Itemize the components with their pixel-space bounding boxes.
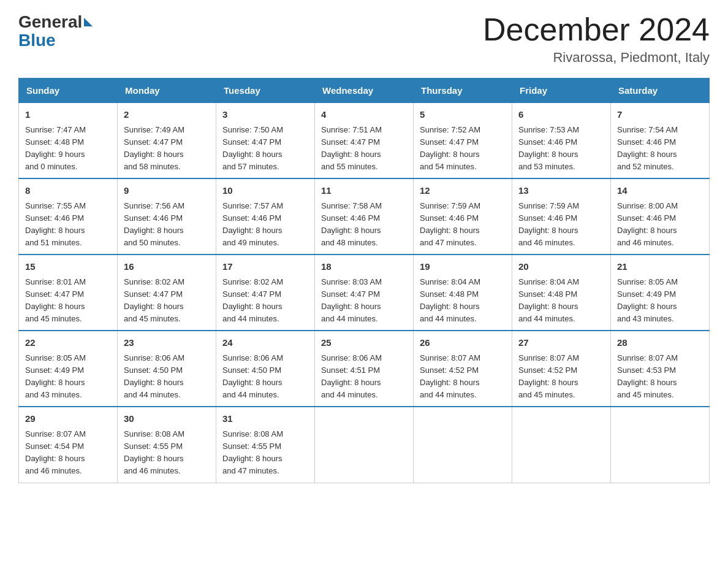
day-info: Sunrise: 7:59 AMSunset: 4:46 PMDaylight:… xyxy=(420,200,506,250)
day-number: 19 xyxy=(420,260,506,274)
day-info: Sunrise: 7:50 AMSunset: 4:47 PMDaylight:… xyxy=(222,124,308,174)
day-info: Sunrise: 8:05 AMSunset: 4:49 PMDaylight:… xyxy=(25,352,111,402)
day-number: 15 xyxy=(25,260,111,274)
table-row: 1Sunrise: 7:47 AMSunset: 4:48 PMDaylight… xyxy=(19,102,118,178)
table-row: 31Sunrise: 8:08 AMSunset: 4:55 PMDayligh… xyxy=(216,407,315,483)
col-wednesday: Wednesday xyxy=(315,79,414,102)
day-number: 21 xyxy=(617,260,703,274)
table-row: 7Sunrise: 7:54 AMSunset: 4:46 PMDaylight… xyxy=(611,102,710,178)
table-row: 4Sunrise: 7:51 AMSunset: 4:47 PMDaylight… xyxy=(315,102,414,178)
table-row: 10Sunrise: 7:57 AMSunset: 4:46 PMDayligh… xyxy=(216,178,315,255)
day-info: Sunrise: 7:49 AMSunset: 4:47 PMDaylight:… xyxy=(124,124,210,174)
table-row: 13Sunrise: 7:59 AMSunset: 4:46 PMDayligh… xyxy=(512,178,611,255)
day-number: 25 xyxy=(321,336,407,350)
day-number: 22 xyxy=(25,336,111,350)
day-info: Sunrise: 8:08 AMSunset: 4:55 PMDaylight:… xyxy=(124,428,210,478)
day-number: 27 xyxy=(518,336,604,350)
col-thursday: Thursday xyxy=(414,79,512,102)
day-number: 11 xyxy=(321,184,407,198)
day-number: 23 xyxy=(124,336,210,350)
logo-general-text: General xyxy=(18,12,82,32)
day-number: 7 xyxy=(617,108,703,122)
col-monday: Monday xyxy=(118,79,216,102)
day-number: 14 xyxy=(617,184,703,198)
day-info: Sunrise: 8:08 AMSunset: 4:55 PMDaylight:… xyxy=(222,428,308,478)
day-info: Sunrise: 7:54 AMSunset: 4:46 PMDaylight:… xyxy=(617,124,703,174)
day-number: 3 xyxy=(222,108,308,122)
table-row: 8Sunrise: 7:55 AMSunset: 4:46 PMDaylight… xyxy=(19,178,118,255)
day-info: Sunrise: 8:07 AMSunset: 4:52 PMDaylight:… xyxy=(420,352,506,402)
day-info: Sunrise: 8:00 AMSunset: 4:46 PMDaylight:… xyxy=(617,200,703,250)
table-row: 25Sunrise: 8:06 AMSunset: 4:51 PMDayligh… xyxy=(315,331,414,407)
day-number: 16 xyxy=(124,260,210,274)
table-row: 20Sunrise: 8:04 AMSunset: 4:48 PMDayligh… xyxy=(512,255,611,331)
table-row: 15Sunrise: 8:01 AMSunset: 4:47 PMDayligh… xyxy=(19,255,118,331)
title-section: December 2024 Rivarossa, Piedmont, Italy xyxy=(483,12,710,66)
table-row: 27Sunrise: 8:07 AMSunset: 4:52 PMDayligh… xyxy=(512,331,611,407)
table-row xyxy=(414,407,512,483)
calendar-week-row: 22Sunrise: 8:05 AMSunset: 4:49 PMDayligh… xyxy=(19,331,710,407)
day-number: 20 xyxy=(518,260,604,274)
calendar-week-row: 29Sunrise: 8:07 AMSunset: 4:54 PMDayligh… xyxy=(19,407,710,483)
day-number: 6 xyxy=(518,108,604,122)
day-info: Sunrise: 7:52 AMSunset: 4:47 PMDaylight:… xyxy=(420,124,506,174)
day-number: 31 xyxy=(222,412,308,426)
day-number: 2 xyxy=(124,108,210,122)
calendar-table: Sunday Monday Tuesday Wednesday Thursday… xyxy=(18,78,710,483)
day-info: Sunrise: 8:06 AMSunset: 4:50 PMDaylight:… xyxy=(222,352,308,402)
day-info: Sunrise: 7:56 AMSunset: 4:46 PMDaylight:… xyxy=(124,200,210,250)
table-row: 14Sunrise: 8:00 AMSunset: 4:46 PMDayligh… xyxy=(611,178,710,255)
table-row: 5Sunrise: 7:52 AMSunset: 4:47 PMDaylight… xyxy=(414,102,512,178)
table-row xyxy=(315,407,414,483)
location-subtitle: Rivarossa, Piedmont, Italy xyxy=(483,50,710,66)
day-info: Sunrise: 7:47 AMSunset: 4:48 PMDaylight:… xyxy=(25,124,111,174)
day-number: 9 xyxy=(124,184,210,198)
day-number: 24 xyxy=(222,336,308,350)
day-info: Sunrise: 7:55 AMSunset: 4:46 PMDaylight:… xyxy=(25,200,111,250)
day-number: 10 xyxy=(222,184,308,198)
day-number: 5 xyxy=(420,108,506,122)
day-info: Sunrise: 8:03 AMSunset: 4:47 PMDaylight:… xyxy=(321,276,407,326)
day-number: 17 xyxy=(222,260,308,274)
day-info: Sunrise: 8:04 AMSunset: 4:48 PMDaylight:… xyxy=(518,276,604,326)
table-row: 21Sunrise: 8:05 AMSunset: 4:49 PMDayligh… xyxy=(611,255,710,331)
table-row: 26Sunrise: 8:07 AMSunset: 4:52 PMDayligh… xyxy=(414,331,512,407)
table-row xyxy=(512,407,611,483)
day-info: Sunrise: 8:02 AMSunset: 4:47 PMDaylight:… xyxy=(222,276,308,326)
page-header: General Blue December 2024 Rivarossa, Pi… xyxy=(18,12,710,66)
day-number: 30 xyxy=(124,412,210,426)
day-info: Sunrise: 8:04 AMSunset: 4:48 PMDaylight:… xyxy=(420,276,506,326)
table-row: 3Sunrise: 7:50 AMSunset: 4:47 PMDaylight… xyxy=(216,102,315,178)
table-row: 29Sunrise: 8:07 AMSunset: 4:54 PMDayligh… xyxy=(19,407,118,483)
day-number: 8 xyxy=(25,184,111,198)
calendar-title: December 2024 xyxy=(483,12,710,47)
col-tuesday: Tuesday xyxy=(216,79,315,102)
col-saturday: Saturday xyxy=(611,79,710,102)
table-row: 18Sunrise: 8:03 AMSunset: 4:47 PMDayligh… xyxy=(315,255,414,331)
day-info: Sunrise: 8:05 AMSunset: 4:49 PMDaylight:… xyxy=(617,276,703,326)
table-row: 24Sunrise: 8:06 AMSunset: 4:50 PMDayligh… xyxy=(216,331,315,407)
day-info: Sunrise: 8:01 AMSunset: 4:47 PMDaylight:… xyxy=(25,276,111,326)
calendar-header-row: Sunday Monday Tuesday Wednesday Thursday… xyxy=(19,79,710,102)
table-row: 23Sunrise: 8:06 AMSunset: 4:50 PMDayligh… xyxy=(118,331,216,407)
day-number: 18 xyxy=(321,260,407,274)
calendar-week-row: 15Sunrise: 8:01 AMSunset: 4:47 PMDayligh… xyxy=(19,255,710,331)
table-row: 6Sunrise: 7:53 AMSunset: 4:46 PMDaylight… xyxy=(512,102,611,178)
day-info: Sunrise: 8:06 AMSunset: 4:50 PMDaylight:… xyxy=(124,352,210,402)
day-info: Sunrise: 7:53 AMSunset: 4:46 PMDaylight:… xyxy=(518,124,604,174)
table-row: 30Sunrise: 8:08 AMSunset: 4:55 PMDayligh… xyxy=(118,407,216,483)
table-row xyxy=(611,407,710,483)
day-info: Sunrise: 8:07 AMSunset: 4:54 PMDaylight:… xyxy=(25,428,111,478)
day-info: Sunrise: 8:02 AMSunset: 4:47 PMDaylight:… xyxy=(124,276,210,326)
table-row: 12Sunrise: 7:59 AMSunset: 4:46 PMDayligh… xyxy=(414,178,512,255)
day-info: Sunrise: 8:07 AMSunset: 4:53 PMDaylight:… xyxy=(617,352,703,402)
day-info: Sunrise: 7:51 AMSunset: 4:47 PMDaylight:… xyxy=(321,124,407,174)
table-row: 19Sunrise: 8:04 AMSunset: 4:48 PMDayligh… xyxy=(414,255,512,331)
day-number: 26 xyxy=(420,336,506,350)
day-info: Sunrise: 8:07 AMSunset: 4:52 PMDaylight:… xyxy=(518,352,604,402)
day-number: 1 xyxy=(25,108,111,122)
table-row: 28Sunrise: 8:07 AMSunset: 4:53 PMDayligh… xyxy=(611,331,710,407)
calendar-week-row: 8Sunrise: 7:55 AMSunset: 4:46 PMDaylight… xyxy=(19,178,710,255)
logo-blue-text: Blue xyxy=(18,31,56,50)
table-row: 17Sunrise: 8:02 AMSunset: 4:47 PMDayligh… xyxy=(216,255,315,331)
